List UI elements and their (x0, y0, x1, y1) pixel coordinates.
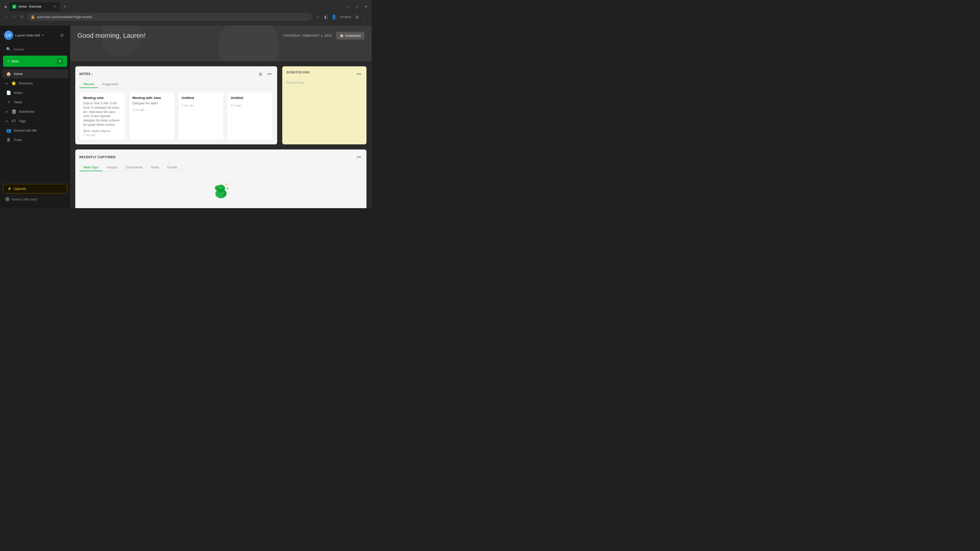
extensions-button[interactable]: ⊞ (353, 13, 360, 21)
sidebar-item-shortcuts[interactable]: ▶ ⭐ Shortcuts (2, 79, 68, 88)
browser-chrome: ◀ E Home - Evernote ✕ + ─ □ ✕ ← → ↻ 🔒 ev… (0, 0, 372, 25)
scratch-pad-content[interactable]: Start writing... (286, 81, 363, 84)
back-button[interactable]: ← (3, 13, 10, 21)
lock-icon: 🔒 (30, 15, 35, 19)
captured-tab-documents[interactable]: Documents (122, 164, 147, 171)
captured-tab-web-clips[interactable]: Web Clips (80, 164, 103, 171)
refresh-button[interactable]: ↻ (18, 13, 25, 21)
search-icon: 🔍 (6, 47, 11, 52)
note-time: 3 min ago (182, 104, 220, 107)
shortcuts-expand-icon: ▶ (6, 82, 8, 85)
captured-tab-audio[interactable]: Audio (146, 164, 163, 171)
minimize-button[interactable]: ─ (344, 3, 351, 10)
incognito-label: Incognito (340, 15, 351, 18)
sidebar-nav: 🏠 Home ▶ ⭐ Shortcuts 📄 Notes ✓ Tasks ▶ 📓… (0, 68, 70, 179)
note-time: 9 hr ago (231, 104, 269, 107)
active-tab[interactable]: E Home - Evernote ✕ (9, 2, 60, 11)
help-button[interactable]: ? Need a little help? (3, 195, 67, 203)
home-icon: 🏠 (6, 71, 11, 76)
address-bar-row: ← → ↻ 🔒 evernote.com/client/web?login=tr… (0, 11, 372, 22)
profile-button[interactable]: 👤 (331, 13, 338, 21)
help-label: Need a little help? (12, 197, 38, 201)
recently-captured-widget: RECENTLY CAPTURED ••• Web Clips Images D… (75, 149, 366, 208)
notes-widget-header: NOTES › ⊞ ••• (80, 70, 273, 78)
upgrade-icon: ⚡ (7, 187, 11, 191)
tab-bar: ◀ E Home - Evernote ✕ + ─ □ ✕ (0, 0, 372, 11)
content-area: NOTES › ⊞ ••• Recent Suggested Meeting (70, 61, 372, 149)
notes-more-button[interactable]: ••• (266, 70, 273, 78)
note-card-untitled-1[interactable]: Untitled 3 min ago (178, 92, 224, 140)
address-bar[interactable]: 🔒 evernote.com/client/web?login=true#/ (27, 13, 312, 21)
upgrade-button[interactable]: ⚡ Upgrade (3, 184, 67, 193)
new-chevron-icon: ▾ (57, 58, 63, 64)
note-mentions: @john @jane @grace (83, 129, 122, 132)
sidebar-header: LD Lauren Dale Deli ▾ ⚙ (0, 29, 70, 42)
sidebar-item-shared[interactable]: 👥 Shared with Me (2, 126, 68, 135)
notebooks-expand-icon: ▶ (6, 110, 8, 113)
upgrade-label: Upgrade (14, 187, 26, 191)
close-window-button[interactable]: ✕ (363, 3, 369, 10)
customize-label: Customize (345, 34, 361, 38)
note-card-meeting-jane[interactable]: Meeting with Jane Delegate the tasks 3 m… (129, 92, 175, 140)
notes-title-group[interactable]: NOTES › (80, 72, 93, 76)
tasks-icon: ✓ (6, 100, 11, 105)
shared-icon: 👥 (6, 128, 11, 133)
scratch-pad-more-button[interactable]: ••• (355, 70, 363, 78)
sidebar-item-tags[interactable]: ▶ 🏷 Tags (2, 116, 68, 125)
new-button[interactable]: + New ▾ (3, 56, 67, 67)
forward-button[interactable]: → (11, 13, 18, 21)
user-info[interactable]: LD Lauren Dale Deli ▾ (4, 30, 44, 40)
user-avatar: LD (4, 30, 13, 40)
notes-tab-recent[interactable]: Recent (80, 81, 98, 88)
maximize-button[interactable]: □ (353, 3, 360, 10)
customize-button[interactable]: 🏠 Customize (336, 32, 364, 40)
recently-captured-title: RECENTLY CAPTURED (80, 156, 116, 159)
browser-menu-button[interactable]: ⋮ (361, 13, 369, 21)
sidebar-toggle-button[interactable]: ◧ (322, 13, 329, 21)
note-time: 3 min ago (132, 108, 171, 111)
note-time: 1 min ago (83, 133, 122, 137)
date-text: THURSDAY, FEBRUARY 1, 2024 (283, 34, 332, 38)
notes-icon: 📄 (6, 90, 11, 95)
note-preview: Date & Time 8 AM- 9 AM Goal To delegate … (83, 101, 122, 127)
notes-grid-view-button[interactable]: ⊞ (257, 70, 264, 78)
settings-button[interactable]: ⚙ (58, 31, 66, 39)
sidebar-item-tasks[interactable]: ✓ Tasks (2, 97, 68, 106)
search-button[interactable]: 🔍 Search (3, 45, 67, 54)
note-footer: 3 min ago (132, 108, 171, 111)
notes-widget: NOTES › ⊞ ••• Recent Suggested Meeting (75, 66, 277, 144)
tab-close-button[interactable]: ✕ (52, 4, 57, 9)
notes-tab-suggested[interactable]: Suggested (98, 81, 122, 88)
captured-content: ★ ★ (80, 175, 363, 206)
new-plus-icon: + (7, 59, 9, 63)
note-title: Meeting note (83, 96, 122, 100)
notes-tabs-row: Recent Suggested (80, 81, 273, 88)
browser-actions: ☆ ◧ 👤 Incognito ⊞ ⋮ (314, 13, 369, 21)
note-card-meeting[interactable]: Meeting note Date & Time 8 AM- 9 AM Goal… (80, 92, 126, 140)
tab-list-button[interactable]: ◀ (2, 3, 8, 10)
sidebar-item-notebooks[interactable]: ▶ 📓 Notebooks (2, 107, 68, 116)
hero-right: THURSDAY, FEBRUARY 1, 2024 🏠 Customize (283, 32, 364, 40)
recently-captured-more-button[interactable]: ••• (355, 154, 363, 161)
nav-controls: ← → ↻ (3, 13, 25, 21)
window-controls: ─ □ ✕ (344, 3, 369, 10)
scratch-pad-widget: SCRATCH PAD ••• Start writing... (282, 66, 366, 144)
sidebar-item-trash[interactable]: 🗑 Trash (2, 135, 68, 144)
sidebar-item-home[interactable]: 🏠 Home (2, 69, 68, 78)
tab-favicon: E (12, 5, 16, 9)
note-card-untitled-2[interactable]: Untitled 9 hr ago (227, 92, 273, 140)
notes-widget-title: NOTES (80, 72, 91, 76)
captured-tab-emails[interactable]: Emails (163, 164, 181, 171)
bookmark-button[interactable]: ☆ (314, 13, 321, 21)
sidebar-item-notes[interactable]: 📄 Notes (2, 88, 68, 97)
sidebar-footer: ⚡ Upgrade ? Need a little help? (0, 182, 70, 205)
sidebar: LD Lauren Dale Deli ▾ ⚙ 🔍 Search + New ▾… (0, 25, 70, 208)
search-label: Search (14, 48, 24, 51)
url-text: evernote.com/client/web?login=true#/ (37, 15, 309, 19)
new-button-left: + New (7, 59, 18, 63)
notes-arrow-icon: › (92, 72, 93, 76)
new-tab-button[interactable]: + (61, 3, 68, 10)
tab-title: Home - Evernote (18, 5, 51, 8)
captured-tab-images[interactable]: Images (103, 164, 122, 171)
notebooks-icon: 📓 (11, 109, 16, 114)
